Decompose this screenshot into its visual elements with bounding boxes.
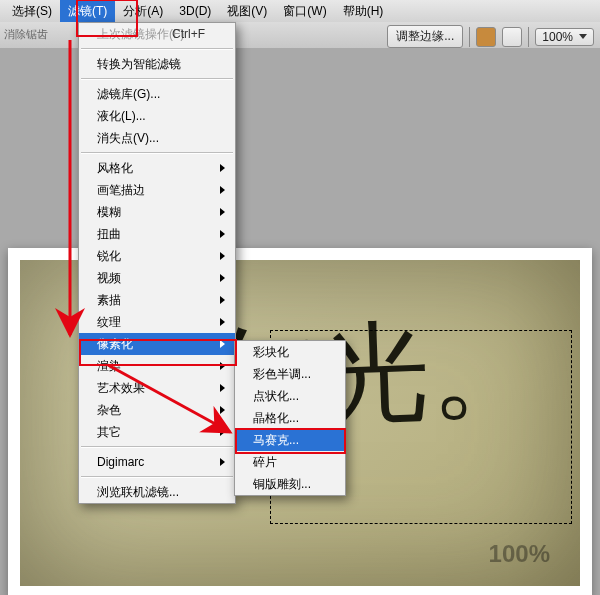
submenu-crystallize[interactable]: 彩块化 xyxy=(235,341,345,363)
menu-texture[interactable]: 纹理 xyxy=(79,311,235,333)
menu-pixelate[interactable]: 像素化 xyxy=(79,333,235,355)
pixelate-submenu: 彩块化 彩色半调... 点状化... 晶格化... 马赛克... 碎片 铜版雕刻… xyxy=(234,340,346,496)
menu-item-label: 彩块化 xyxy=(253,345,289,359)
menu-item-label: 艺术效果 xyxy=(97,381,145,395)
menu-3d[interactable]: 3D(D) xyxy=(171,1,219,21)
menu-video[interactable]: 视频 xyxy=(79,267,235,289)
submenu-arrow-icon xyxy=(220,252,225,260)
menu-liquify[interactable]: 液化(L)... xyxy=(79,105,235,127)
submenu-arrow-icon xyxy=(220,458,225,466)
menu-item-label: 转换为智能滤镜 xyxy=(97,57,181,71)
submenu-arrow-icon xyxy=(220,164,225,172)
chevron-down-icon xyxy=(579,34,587,39)
menu-item-label: 纹理 xyxy=(97,315,121,329)
divider xyxy=(469,27,470,47)
menu-artistic[interactable]: 艺术效果 xyxy=(79,377,235,399)
submenu-arrow-icon xyxy=(220,230,225,238)
menu-digimarc[interactable]: Digimarc xyxy=(79,451,235,473)
menu-item-label: 渲染 xyxy=(97,359,121,373)
menu-brush-strokes[interactable]: 画笔描边 xyxy=(79,179,235,201)
menu-item-label: 扭曲 xyxy=(97,227,121,241)
submenu-arrow-icon xyxy=(220,186,225,194)
watermark-zoom: 100% xyxy=(489,540,550,568)
menu-last-filter[interactable]: 上次滤镜操作(F) Ctrl+F xyxy=(79,23,235,45)
menu-render[interactable]: 渲染 xyxy=(79,355,235,377)
submenu-arrow-icon xyxy=(220,318,225,326)
menu-item-label: 画笔描边 xyxy=(97,183,145,197)
menu-item-label: 素描 xyxy=(97,293,121,307)
menu-item-label: 点状化... xyxy=(253,389,299,403)
menu-filter[interactable]: 滤镜(T) xyxy=(60,0,115,23)
zoom-dropdown[interactable]: 100% xyxy=(535,28,594,46)
divider xyxy=(528,27,529,47)
panel-toggle-icon[interactable] xyxy=(502,27,522,47)
menu-item-label: 铜版雕刻... xyxy=(253,477,311,491)
menu-item-label: 杂色 xyxy=(97,403,121,417)
submenu-fragment[interactable]: 碎片 xyxy=(235,451,345,473)
menu-window[interactable]: 窗口(W) xyxy=(275,0,334,23)
menu-other[interactable]: 其它 xyxy=(79,421,235,443)
menu-noise[interactable]: 杂色 xyxy=(79,399,235,421)
menu-item-label: 风格化 xyxy=(97,161,133,175)
menu-help[interactable]: 帮助(H) xyxy=(335,0,392,23)
submenu-color-halftone[interactable]: 彩色半调... xyxy=(235,363,345,385)
submenu-arrow-icon xyxy=(220,340,225,348)
app-menu-bar: 选择(S) 滤镜(T) 分析(A) 3D(D) 视图(V) 窗口(W) 帮助(H… xyxy=(0,0,600,23)
menu-item-label: 消失点(V)... xyxy=(97,131,159,145)
menu-separator xyxy=(81,48,233,50)
menu-item-label: Digimarc xyxy=(97,455,144,469)
menu-item-label: 碎片 xyxy=(253,455,277,469)
menu-item-label: 像素化 xyxy=(97,337,133,351)
filter-dropdown: 上次滤镜操作(F) Ctrl+F 转换为智能滤镜 滤镜库(G)... 液化(L)… xyxy=(78,22,236,504)
menu-browse-online[interactable]: 浏览联机滤镜... xyxy=(79,481,235,503)
menu-vanishing-point[interactable]: 消失点(V)... xyxy=(79,127,235,149)
menu-sketch[interactable]: 素描 xyxy=(79,289,235,311)
menu-item-label: 液化(L)... xyxy=(97,109,146,123)
submenu-mezzotint[interactable]: 铜版雕刻... xyxy=(235,473,345,495)
menu-analysis[interactable]: 分析(A) xyxy=(115,0,171,23)
menu-item-label: 马赛克... xyxy=(253,433,299,447)
menu-distort[interactable]: 扭曲 xyxy=(79,223,235,245)
menu-item-label: 模糊 xyxy=(97,205,121,219)
menu-filter-gallery[interactable]: 滤镜库(G)... xyxy=(79,83,235,105)
menu-item-label: 浏览联机滤镜... xyxy=(97,485,179,499)
menu-item-label: 滤镜库(G)... xyxy=(97,87,160,101)
antialias-label: 消除锯齿 xyxy=(4,27,48,42)
menu-sharpen[interactable]: 锐化 xyxy=(79,245,235,267)
submenu-facet[interactable]: 晶格化... xyxy=(235,407,345,429)
submenu-arrow-icon xyxy=(220,406,225,414)
zoom-value: 100% xyxy=(542,30,573,44)
menu-stylize[interactable]: 风格化 xyxy=(79,157,235,179)
menu-view[interactable]: 视图(V) xyxy=(219,0,275,23)
bridge-icon[interactable] xyxy=(476,27,496,47)
menu-blur[interactable]: 模糊 xyxy=(79,201,235,223)
submenu-arrow-icon xyxy=(220,384,225,392)
submenu-arrow-icon xyxy=(220,208,225,216)
menu-item-label: 视频 xyxy=(97,271,121,285)
menu-item-label: 彩色半调... xyxy=(253,367,311,381)
menu-separator xyxy=(81,446,233,448)
submenu-arrow-icon xyxy=(220,428,225,436)
submenu-arrow-icon xyxy=(220,296,225,304)
submenu-arrow-icon xyxy=(220,362,225,370)
menu-item-shortcut: Ctrl+F xyxy=(172,23,205,45)
submenu-pointillize[interactable]: 点状化... xyxy=(235,385,345,407)
menu-item-label: 其它 xyxy=(97,425,121,439)
menu-item-label: 晶格化... xyxy=(253,411,299,425)
menu-separator xyxy=(81,78,233,80)
menu-smart-filter[interactable]: 转换为智能滤镜 xyxy=(79,53,235,75)
menu-separator xyxy=(81,152,233,154)
menu-select[interactable]: 选择(S) xyxy=(4,0,60,23)
submenu-mosaic[interactable]: 马赛克... xyxy=(235,429,345,451)
refine-edge-button[interactable]: 调整边缘... xyxy=(387,25,463,48)
submenu-arrow-icon xyxy=(220,274,225,282)
menu-separator xyxy=(81,476,233,478)
menu-item-label: 锐化 xyxy=(97,249,121,263)
